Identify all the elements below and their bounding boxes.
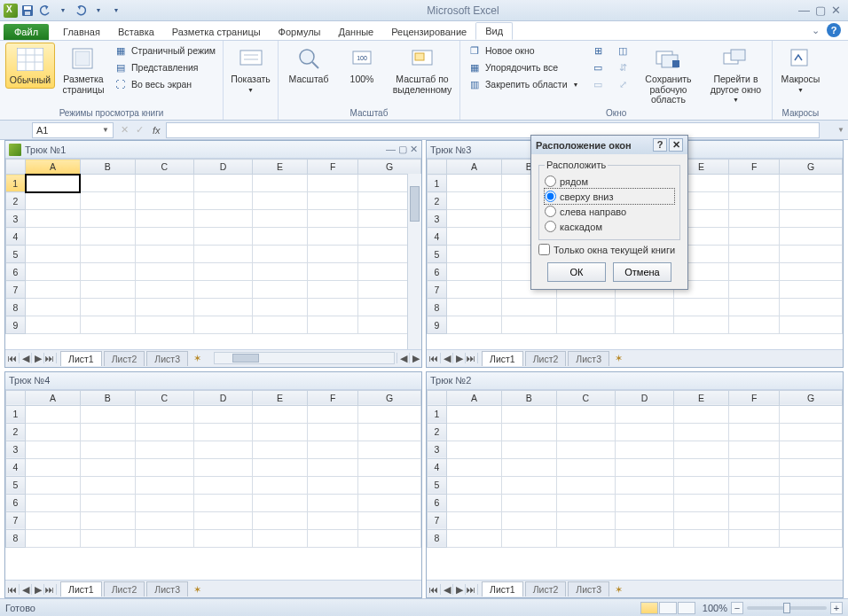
cell[interactable] [780,210,843,228]
cell[interactable] [615,458,673,476]
column-header[interactable]: A [26,390,81,405]
column-header[interactable]: F [307,160,357,175]
cell[interactable] [307,423,357,441]
row-header[interactable]: 6 [428,263,447,281]
cell[interactable] [615,511,673,529]
close-button[interactable]: ✕ [831,4,841,17]
workbook-titlebar[interactable]: Трюк №2 [427,372,843,390]
freeze-panes-button[interactable]: ▥Закрепить области▼ [466,76,580,92]
cell[interactable] [193,281,252,299]
column-header[interactable]: F [728,390,779,405]
worksheet-grid[interactable]: ABCDEFG12345678 [427,390,843,581]
row-header[interactable]: 2 [428,423,447,441]
file-tab[interactable]: Файл [4,24,49,40]
cell[interactable] [193,476,252,494]
row-header[interactable]: 9 [428,316,447,334]
cell[interactable] [447,476,502,494]
sheet-nav-last[interactable]: ⏭ [44,584,57,595]
cell[interactable] [307,263,357,281]
wb-minimize-button[interactable]: — [386,144,396,155]
cell[interactable] [26,405,81,423]
cell[interactable] [26,494,81,511]
cell[interactable] [193,246,252,263]
cell[interactable] [26,476,81,494]
qat-customize[interactable]: ▼ [108,3,124,19]
cell[interactable] [501,529,556,547]
cell[interactable] [728,299,779,316]
cell[interactable] [26,192,81,210]
row-header[interactable]: 3 [6,441,26,458]
column-header[interactable]: A [26,160,81,175]
dialog-titlebar[interactable]: Расположение окон ? ✕ [531,136,687,154]
redo-button[interactable] [73,3,89,19]
worksheet-grid[interactable]: ABCDEFG123456789 [5,159,421,349]
cell[interactable] [253,246,308,263]
sheet-nav-last[interactable]: ⏭ [466,353,478,363]
cell[interactable] [307,529,357,547]
status-page-break-view[interactable] [678,602,695,614]
cell[interactable] [253,263,308,281]
page-break-preview-button[interactable]: ▦Страничный режим [112,43,217,58]
sheet-tab[interactable]: Лист3 [146,581,188,597]
cell[interactable] [307,458,357,476]
cell[interactable] [447,494,502,511]
scroll-left-button[interactable]: ◀ [397,353,409,363]
cell[interactable] [674,299,729,316]
cell[interactable] [780,263,843,281]
save-button[interactable] [20,3,35,19]
cell[interactable] [307,494,357,511]
cell[interactable] [253,405,308,423]
row-header[interactable]: 4 [6,228,26,246]
cell[interactable] [253,281,308,299]
cell[interactable] [26,228,81,246]
macros-button[interactable]: Макросы▼ [778,43,822,95]
row-header[interactable]: 7 [6,511,26,529]
row-header[interactable]: 4 [428,458,447,476]
row-header[interactable]: 5 [6,246,26,263]
sheet-nav-prev[interactable]: ◀ [441,353,453,363]
insert-function-button[interactable]: fx [147,125,166,136]
save-workspace-button[interactable]: Сохранить рабочую область [635,43,701,107]
dialog-help-button[interactable]: ? [653,138,667,152]
active-workbook-checkbox-row[interactable]: Только окна текущей книги [538,240,680,259]
cell[interactable] [728,228,779,246]
wb-close-button[interactable]: ✕ [410,144,418,155]
cell[interactable] [780,511,843,529]
workbook-titlebar[interactable]: Трюк №1 —▢✕ [5,141,421,159]
cell[interactable] [358,458,421,476]
cell[interactable] [135,228,193,246]
cell[interactable] [253,192,308,210]
cell[interactable] [135,175,193,192]
cell[interactable] [307,441,357,458]
row-header[interactable]: 5 [428,476,447,494]
page-layout-button[interactable]: Разметка страницы [59,43,108,97]
cell[interactable] [193,192,252,210]
column-header[interactable]: D [193,390,252,405]
dialog-close-button[interactable]: ✕ [669,138,683,152]
column-header[interactable]: A [447,160,502,175]
cell[interactable] [26,423,81,441]
cell[interactable] [674,511,729,529]
cell[interactable] [780,228,843,246]
split-button[interactable]: ⊞ [589,43,607,58]
wb-restore-button[interactable]: ▢ [398,144,407,155]
cell[interactable] [253,494,308,511]
select-all-button[interactable] [6,390,26,405]
formula-input[interactable] [166,122,821,138]
cell[interactable] [253,441,308,458]
cell[interactable] [80,281,135,299]
cell[interactable] [447,246,502,263]
cell[interactable] [307,299,357,316]
cell[interactable] [307,228,357,246]
column-header[interactable]: E [253,390,308,405]
sheet-nav-first[interactable]: ⏮ [7,584,20,595]
undo-dropdown[interactable]: ▼ [55,3,71,19]
cell[interactable] [26,299,81,316]
radio-cascade[interactable]: каскадом [545,219,674,234]
radio-tiled[interactable]: рядом [545,174,674,189]
cell[interactable] [358,494,421,511]
cell[interactable] [135,246,193,263]
cell[interactable] [780,494,843,511]
cell[interactable] [780,175,843,192]
cell[interactable] [728,192,779,210]
